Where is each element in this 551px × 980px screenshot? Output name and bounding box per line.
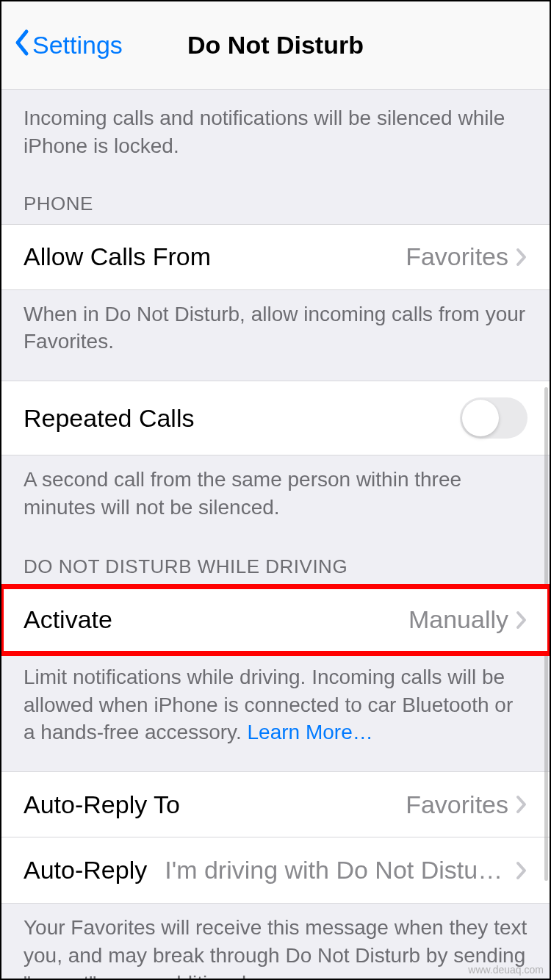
section-header-driving: DO NOT DISTURB WHILE DRIVING (1, 529, 550, 587)
section-header-phone: PHONE (1, 166, 550, 224)
activate-footer: Limit notifications while driving. Incom… (1, 653, 550, 754)
chevron-right-icon (516, 861, 527, 880)
row-label: Allow Calls From (24, 242, 211, 271)
auto-reply-row[interactable]: Auto-Reply I'm driving with Do Not Distu… (1, 837, 550, 904)
activate-row[interactable]: Activate Manually (1, 587, 550, 653)
back-button[interactable]: Settings (13, 29, 123, 62)
repeated-calls-toggle[interactable] (460, 397, 527, 439)
learn-more-link[interactable]: Learn More… (248, 721, 373, 743)
row-label: Activate (24, 605, 112, 634)
row-label: Repeated Calls (24, 404, 194, 433)
watermark: www.deuaq.com (468, 964, 544, 976)
repeated-calls-row: Repeated Calls (1, 381, 550, 455)
row-value: Favorites (397, 242, 508, 271)
row-label: Auto-Reply (24, 856, 147, 884)
chevron-right-icon (516, 248, 527, 267)
chevron-right-icon (516, 610, 527, 630)
repeated-calls-footer: A second call from the same person withi… (1, 455, 550, 529)
auto-reply-to-row[interactable]: Auto-Reply To Favorites (1, 771, 550, 837)
chevron-right-icon (516, 795, 527, 814)
row-value: Favorites (397, 790, 508, 819)
row-value: I'm driving with Do Not Distu… (156, 856, 508, 884)
silence-description: Incoming calls and notifications will be… (1, 90, 550, 166)
row-value: Manually (400, 605, 508, 634)
allow-calls-from-row[interactable]: Allow Calls From Favorites (1, 224, 550, 290)
back-label: Settings (32, 31, 123, 60)
nav-bar: Do Not Disturb Settings (1, 1, 550, 90)
row-label: Auto-Reply To (24, 790, 180, 819)
chevron-left-icon (13, 29, 29, 62)
allow-calls-footer: When in Do Not Disturb, allow incoming c… (1, 290, 550, 364)
toggle-knob (462, 400, 499, 436)
